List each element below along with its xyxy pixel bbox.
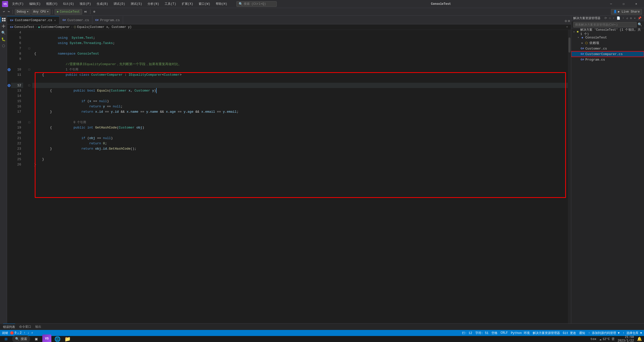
status-up-icon[interactable]: ↑ xyxy=(24,331,25,335)
gutter-10[interactable]: □ xyxy=(26,67,32,72)
status-down-icon[interactable]: ↓ xyxy=(27,331,29,335)
code-line-26[interactable]: } xyxy=(32,162,571,167)
code-line-8[interactable]: { xyxy=(32,51,571,56)
status-encoding[interactable]: CRLF xyxy=(500,331,508,335)
status-spaces[interactable]: 空格 xyxy=(491,331,497,335)
code-line-12[interactable]: public bool Equals(Customer x, Customer … xyxy=(32,83,571,88)
menu-git[interactable]: Git(G) xyxy=(61,1,77,7)
tab-customer-comparer[interactable]: C# CustomerComparer.cs ✕ xyxy=(7,16,59,24)
menu-window[interactable]: 窗口(W) xyxy=(196,1,213,7)
menu-project[interactable]: 项目(P) xyxy=(77,1,94,7)
code-line-4[interactable]: using System.Text; xyxy=(32,30,571,35)
gutter-12[interactable]: □ xyxy=(26,83,32,88)
se-settings-icon[interactable]: ⚙ xyxy=(630,16,632,21)
code-line-19[interactable]: { xyxy=(32,125,571,130)
se-sync-icon[interactable]: ⟳ xyxy=(604,16,607,21)
maximize-button[interactable]: ☐ xyxy=(618,0,629,8)
activity-search[interactable]: 🔍 xyxy=(1,30,7,36)
taskbar-weather[interactable]: ☁ 12°C 雲 xyxy=(599,337,615,341)
tree-dependencies[interactable]: ▶ ⬡ 依赖项 xyxy=(571,40,644,46)
tab-program[interactable]: C# Program.cs xyxy=(92,16,123,24)
status-notifications[interactable]: 通知 xyxy=(579,331,585,335)
live-share-button[interactable]: 👤 ▶ Live Share xyxy=(611,9,642,15)
menu-extensions[interactable]: 扩展(X) xyxy=(179,1,196,7)
code-line-18-hint[interactable]: 0 个引用 xyxy=(32,114,571,120)
menu-test[interactable]: 测试(S) xyxy=(128,1,145,7)
activity-extensions[interactable]: ⬡ xyxy=(1,43,7,49)
se-collapse-icon[interactable]: ↕ xyxy=(622,16,625,21)
menu-build[interactable]: 生成(B) xyxy=(94,1,111,7)
status-line[interactable]: 行: 12 xyxy=(462,331,472,335)
se-show-files-icon[interactable]: 📄 xyxy=(616,16,621,21)
se-search-icon[interactable]: 🔍 xyxy=(638,22,642,27)
run-button[interactable]: ▶ ConsoleTest xyxy=(55,9,82,15)
status-col[interactable]: 字符: 51 xyxy=(475,331,489,335)
close-button[interactable]: ✕ xyxy=(630,0,642,8)
code-line-7[interactable]: namespace ConsoleTest xyxy=(32,46,571,51)
toolbar-more[interactable]: ⚙ xyxy=(92,9,96,15)
debug-config-dropdown[interactable]: Debug ▾ xyxy=(15,9,30,15)
minimize-button[interactable]: — xyxy=(605,0,617,8)
tree-customer-cs[interactable]: C# Customer.cs xyxy=(571,46,644,51)
se-refresh-icon[interactable]: ↺ xyxy=(626,16,628,21)
se-search-input[interactable] xyxy=(573,22,637,27)
tree-customer-comparer-cs[interactable]: C# CustomerComparer.cs xyxy=(571,51,644,57)
toolbar-step[interactable]: ⏯ xyxy=(83,9,88,15)
se-close-icon[interactable]: ✕ xyxy=(633,16,636,21)
status-add-to-source[interactable]: ↑ 添加到源代码管理 ▼ xyxy=(588,331,620,335)
status-select-repo[interactable]: ↑ 选择仓库 ▼ xyxy=(623,331,642,335)
activity-solution-explorer[interactable] xyxy=(1,17,7,23)
taskbar-vs-icon[interactable]: VS xyxy=(42,334,51,342)
code-line-15[interactable]: return y == null; xyxy=(32,99,571,104)
code-content[interactable]: using System.Text; using System.Threadin… xyxy=(32,30,571,323)
activity-git[interactable] xyxy=(1,23,7,29)
menu-view[interactable]: 视图(V) xyxy=(44,1,60,7)
menu-file[interactable]: 文件(F) xyxy=(10,1,26,7)
code-line-10[interactable]: public class CustomerComparer : IEqualit… xyxy=(32,67,571,72)
taskbar-tox[interactable]: tox xyxy=(590,337,596,341)
gutter-18[interactable]: □ xyxy=(26,120,32,125)
toolbar-redo[interactable]: ↪ xyxy=(7,9,11,15)
status-python-env[interactable]: Python 环境 xyxy=(511,331,529,335)
code-line-16[interactable]: return x.id == y.id && x.name == y.name … xyxy=(32,104,571,109)
code-line-9[interactable]: //需要继承IEqualityComparer，先判断第一个字段，如果有重复再做… xyxy=(32,56,571,62)
windows-start-button[interactable]: ⊞ xyxy=(2,335,10,342)
vertical-scrollbar[interactable] xyxy=(568,30,571,323)
code-line-23[interactable]: } xyxy=(32,146,571,151)
status-git-changes[interactable]: Git 更改 xyxy=(563,331,576,335)
gutter-7[interactable]: □ xyxy=(26,46,32,51)
bottom-tab-command[interactable]: 命令窗口 xyxy=(19,324,31,330)
code-line-24[interactable] xyxy=(32,151,571,157)
code-line-6[interactable] xyxy=(32,40,571,46)
taskbar-clock[interactable]: 21:50 2023/1/22 xyxy=(618,335,634,342)
code-line-21[interactable]: return 0; xyxy=(32,136,571,141)
breadcrumb-method[interactable]: Equals(Customer x, Customer y) xyxy=(77,25,132,29)
scrollbar-thumb[interactable] xyxy=(568,37,570,53)
tab-close-btn[interactable]: ✕ xyxy=(54,18,56,22)
breadcrumb-add-icon[interactable]: + xyxy=(566,25,568,29)
breadcrumb-class[interactable]: CustomerComparer xyxy=(41,25,70,29)
code-line-25[interactable]: } xyxy=(32,157,571,162)
code-line-11[interactable]: { xyxy=(32,72,571,77)
tree-program-cs[interactable]: C# Program.cs xyxy=(571,57,644,62)
code-line-20[interactable]: if (obj == null) xyxy=(32,130,571,136)
cpu-config-dropdown[interactable]: Any CPU ▾ xyxy=(31,9,51,15)
breadcrumb-project[interactable]: ConsoleTest xyxy=(14,25,34,29)
se-filter-icon[interactable]: ⚡ xyxy=(612,16,615,21)
code-line-5[interactable]: using System.Threading.Tasks; xyxy=(32,35,571,40)
taskbar-search[interactable]: 🔍 搜索 xyxy=(12,335,30,342)
activity-debug[interactable]: 🐛 xyxy=(1,36,7,42)
taskbar-notification-icon[interactable]: 🔔 xyxy=(637,336,642,341)
taskbar-edge-icon[interactable]: 🌐 xyxy=(53,335,61,342)
code-line-17[interactable]: } xyxy=(32,109,571,114)
code-line-13[interactable]: { xyxy=(32,88,571,93)
se-pin-icon[interactable]: 📌 xyxy=(637,16,642,21)
taskbar-taskview[interactable]: ▣ xyxy=(32,335,40,342)
tab-settings-icon[interactable]: ⚙ xyxy=(565,19,567,23)
menu-help[interactable]: 帮助(H) xyxy=(213,1,230,7)
code-line-22[interactable]: return obj.id.GetHashCode(); xyxy=(32,141,571,146)
code-line-12-hint[interactable]: 0 个引用 xyxy=(32,77,571,83)
se-home-icon[interactable]: ⌂ xyxy=(609,16,611,21)
code-line-18[interactable]: public int GetHashCode(Customer obj) xyxy=(32,120,571,125)
bottom-tab-errors[interactable]: 错误列表 xyxy=(3,324,15,330)
